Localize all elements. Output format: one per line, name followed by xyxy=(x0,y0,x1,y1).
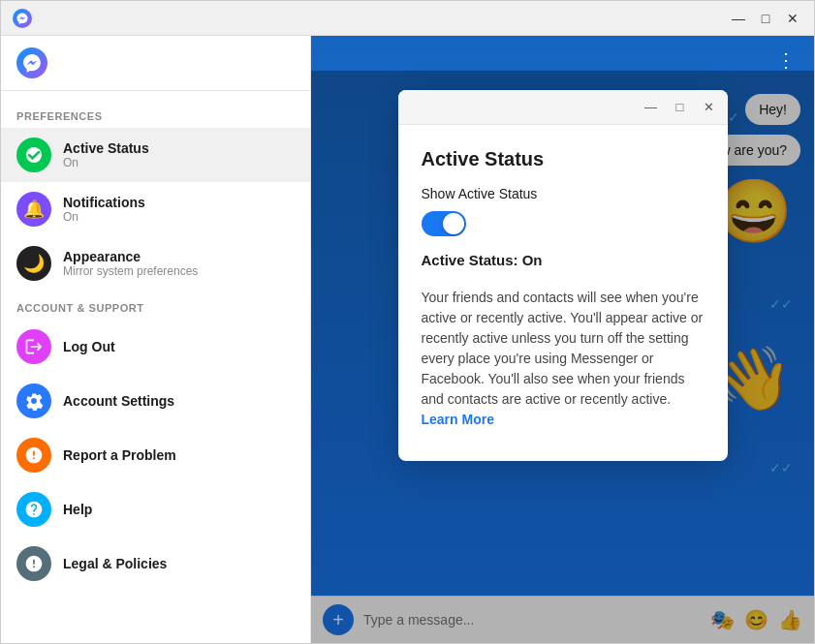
appearance-text: Appearance Mirror system preferences xyxy=(63,249,198,278)
account-settings-text: Account Settings xyxy=(63,393,174,409)
modal-maximize-button[interactable]: □ xyxy=(670,97,691,118)
svg-point-1 xyxy=(16,47,47,78)
active-status-title: Active Status xyxy=(63,140,149,156)
sidebar-item-help[interactable]: Help xyxy=(1,482,310,537)
minimize-button[interactable]: — xyxy=(729,9,748,28)
logout-icon xyxy=(16,329,51,364)
right-area: ⋮ ✓✓ Hey! ✓✓ How are you? 😄 ✓✓ xyxy=(311,36,814,643)
toggle-container xyxy=(422,211,705,236)
modal-body: Active Status Show Active Status Active … xyxy=(398,125,728,461)
maximize-button[interactable]: □ xyxy=(756,9,775,28)
sidebar-messenger-logo-icon xyxy=(16,47,47,78)
account-support-section-label: ACCOUNT & SUPPORT xyxy=(1,291,310,320)
modal-overlay: — □ ✕ Active Status Show Active Status A… xyxy=(311,71,814,643)
appearance-subtitle: Mirror system preferences xyxy=(63,264,198,278)
legal-title: Legal & Policies xyxy=(63,556,167,571)
sidebar: PREFERENCES Active Status On 🔔 xyxy=(1,36,311,643)
app-window: — □ ✕ PREFERENCES xyxy=(0,0,815,644)
help-title: Help xyxy=(63,502,92,517)
account-settings-title: Account Settings xyxy=(63,393,174,409)
appearance-title: Appearance xyxy=(63,249,198,264)
title-bar-controls: — □ ✕ xyxy=(729,9,802,28)
sidebar-content: PREFERENCES Active Status On 🔔 xyxy=(1,91,310,643)
sidebar-item-active-status[interactable]: Active Status On xyxy=(1,128,310,182)
logout-title: Log Out xyxy=(63,339,115,354)
title-bar: — □ ✕ xyxy=(1,1,814,36)
appearance-icon: 🌙 xyxy=(16,246,51,281)
svg-point-0 xyxy=(13,9,32,28)
report-text: Report a Problem xyxy=(63,447,176,463)
toggle-knob xyxy=(443,213,464,234)
learn-more-link[interactable]: Learn More xyxy=(422,412,494,427)
sidebar-item-legal[interactable]: Legal & Policies xyxy=(1,537,310,591)
report-icon xyxy=(16,438,51,473)
main-content: PREFERENCES Active Status On 🔔 xyxy=(1,36,814,643)
notifications-text: Notifications On xyxy=(63,195,145,224)
active-status-subtitle: On xyxy=(63,156,149,169)
modal-heading: Active Status xyxy=(422,148,705,170)
sidebar-item-logout[interactable]: Log Out xyxy=(1,320,310,374)
active-status-text: Active Status On xyxy=(63,140,149,169)
account-settings-icon xyxy=(16,383,51,418)
help-text: Help xyxy=(63,502,92,517)
modal-minimize-button[interactable]: — xyxy=(641,97,662,118)
logout-text: Log Out xyxy=(63,339,115,354)
notifications-icon: 🔔 xyxy=(16,192,51,227)
notifications-subtitle: On xyxy=(63,210,145,224)
legal-icon xyxy=(16,546,51,581)
active-status-toggle[interactable] xyxy=(422,211,466,236)
sidebar-item-appearance[interactable]: 🌙 Appearance Mirror system preferences xyxy=(1,236,310,291)
sidebar-item-notifications[interactable]: 🔔 Notifications On xyxy=(1,182,310,236)
active-status-modal: — □ ✕ Active Status Show Active Status A… xyxy=(398,90,728,461)
sidebar-item-report[interactable]: Report a Problem xyxy=(1,428,310,482)
preferences-section-label: PREFERENCES xyxy=(1,99,310,128)
sidebar-item-account-settings[interactable]: Account Settings xyxy=(1,374,310,428)
modal-title-bar: — □ ✕ xyxy=(398,90,728,125)
help-icon xyxy=(16,492,51,527)
report-title: Report a Problem xyxy=(63,447,176,463)
active-status-icon xyxy=(16,138,51,172)
active-status-status-text: Active Status: On xyxy=(422,252,705,268)
legal-text: Legal & Policies xyxy=(63,556,167,571)
modal-description: Your friends and contacts will see when … xyxy=(422,288,705,430)
sidebar-header xyxy=(1,36,310,91)
modal-show-label: Show Active Status xyxy=(422,186,705,201)
title-bar-left xyxy=(13,9,32,28)
messenger-logo-icon xyxy=(13,9,32,28)
modal-close-button[interactable]: ✕ xyxy=(699,97,720,118)
notifications-title: Notifications xyxy=(63,195,145,210)
close-button[interactable]: ✕ xyxy=(783,9,802,28)
